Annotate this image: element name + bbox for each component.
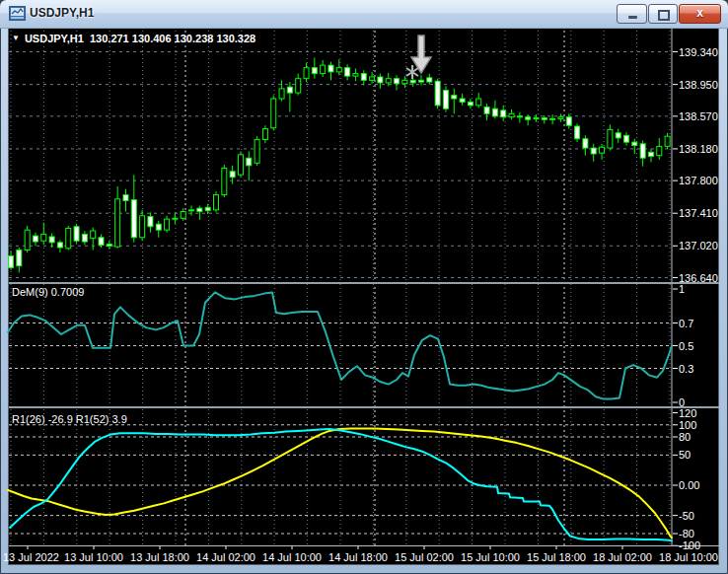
minimize-button[interactable]: [617, 4, 647, 24]
chart-ohlc-values: 130.271 130.406 130.238 130.328: [90, 33, 255, 44]
down-arrow-annotation[interactable]: [411, 36, 431, 73]
restore-icon: [658, 10, 670, 21]
mt4-chart-window: 139.340138.950138.570138.180137.800137.4…: [0, 0, 728, 574]
chevron-down-icon[interactable]: ▼: [12, 34, 20, 42]
chart-icon: [9, 6, 26, 21]
window-title: USDJPY,H1: [30, 6, 94, 20]
chart-symbol-label: USDJPY,H1: [25, 33, 84, 44]
chart-ohlc-header: ▼USDJPY,H1 130.271 130.406 130.238 130.3…: [12, 33, 255, 44]
close-button[interactable]: x: [679, 4, 721, 24]
restore-button[interactable]: [648, 4, 678, 24]
title-bar[interactable]: USDJPY,H1 x: [0, 0, 728, 29]
chart-canvas[interactable]: [0, 0, 728, 574]
dem-indicator-label: DeM(9) 0.7009: [12, 286, 84, 298]
oscillator-indicator-label: R1(26) -26.9 R1(52) 3.9: [12, 413, 127, 425]
close-icon: x: [680, 6, 720, 20]
minimize-icon: [628, 16, 637, 19]
